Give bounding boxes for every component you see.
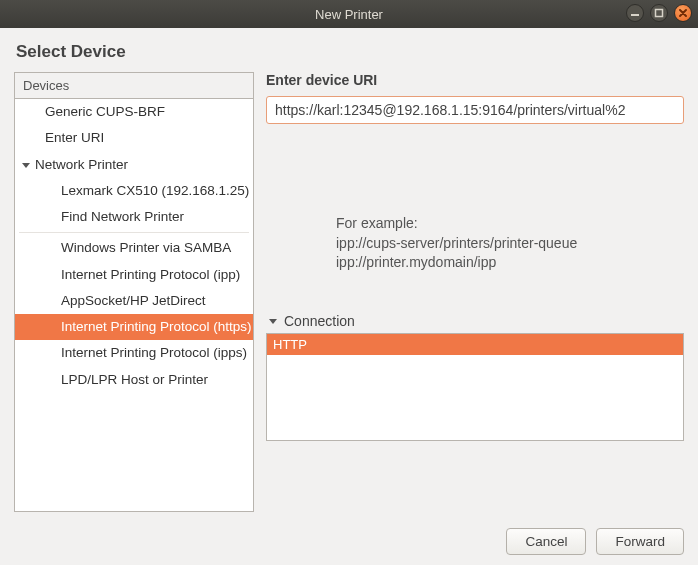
connection-panel: Connection HTTP xyxy=(266,313,684,441)
chevron-down-icon xyxy=(19,160,33,170)
forward-button[interactable]: Forward xyxy=(596,528,684,555)
cancel-button[interactable]: Cancel xyxy=(506,528,586,555)
device-item[interactable]: Find Network Printer xyxy=(15,204,253,230)
right-panel: Enter device URI For example: ipp://cups… xyxy=(266,72,684,512)
minimize-icon[interactable] xyxy=(626,4,644,22)
connection-header-label: Connection xyxy=(284,313,355,329)
device-item[interactable]: Windows Printer via SAMBA xyxy=(15,235,253,261)
connection-row[interactable]: HTTP xyxy=(267,334,683,355)
chevron-down-icon xyxy=(266,316,280,326)
device-uri-input[interactable] xyxy=(266,96,684,124)
title-bar: New Printer xyxy=(0,0,698,28)
window-controls xyxy=(626,4,692,22)
example-line-1: ipp://cups-server/printers/printer-queue xyxy=(336,234,684,254)
page-title: Select Device xyxy=(16,42,684,62)
uri-label: Enter device URI xyxy=(266,72,684,88)
uri-example-block: For example: ipp://cups-server/printers/… xyxy=(336,214,684,273)
svg-rect-1 xyxy=(656,10,663,17)
device-group-label: Network Printer xyxy=(35,155,128,175)
device-item[interactable]: Internet Printing Protocol (ipps) xyxy=(15,340,253,366)
connection-list[interactable]: HTTP xyxy=(266,333,684,441)
device-item[interactable]: Enter URI xyxy=(15,125,253,151)
divider xyxy=(19,232,249,233)
device-group-network-printer[interactable]: Network Printer xyxy=(15,152,253,178)
example-label: For example: xyxy=(336,214,684,234)
svg-rect-0 xyxy=(631,14,639,16)
devices-list[interactable]: Generic CUPS-BRF Enter URI Network Print… xyxy=(14,99,254,512)
device-item[interactable]: Generic CUPS-BRF xyxy=(15,99,253,125)
device-item[interactable]: Internet Printing Protocol (ipp) xyxy=(15,262,253,288)
devices-header: Devices xyxy=(14,72,254,99)
window-title: New Printer xyxy=(315,7,383,22)
device-item[interactable]: Lexmark CX510 (192.168.1.25) xyxy=(15,178,253,204)
connection-header[interactable]: Connection xyxy=(266,313,684,329)
device-item[interactable]: AppSocket/HP JetDirect xyxy=(15,288,253,314)
close-icon[interactable] xyxy=(674,4,692,22)
maximize-icon[interactable] xyxy=(650,4,668,22)
devices-panel: Devices Generic CUPS-BRF Enter URI Netwo… xyxy=(14,72,254,512)
device-item[interactable]: LPD/LPR Host or Printer xyxy=(15,367,253,393)
device-item-selected[interactable]: Internet Printing Protocol (https) xyxy=(15,314,253,340)
dialog-buttons: Cancel Forward xyxy=(14,528,684,555)
example-line-2: ipp://printer.mydomain/ipp xyxy=(336,253,684,273)
